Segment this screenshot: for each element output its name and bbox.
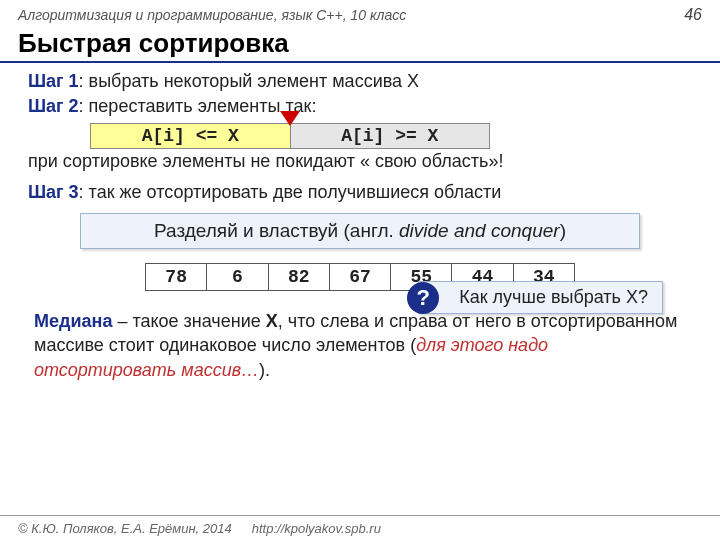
divide-close: ) — [560, 220, 566, 241]
title-underline — [0, 61, 720, 63]
step-1-text: : выбрать некоторый элемент массива X — [79, 71, 419, 91]
partition-right: A[i] >= X — [291, 124, 490, 148]
divide-ru: Разделяй и властвуй (англ. — [154, 220, 399, 241]
page-title: Быстрая сортировка — [0, 26, 720, 59]
partition-box: A[i] <= X A[i] >= X — [90, 123, 490, 149]
step-1: Шаг 1: выбрать некоторый элемент массива… — [28, 71, 692, 92]
header: Алгоритмизация и программирование, язык … — [0, 0, 720, 26]
step-3-label: Шаг 3 — [28, 182, 79, 202]
course-name: Алгоритмизация и программирование, язык … — [18, 7, 406, 23]
divide-en: divide and conquer — [399, 220, 560, 241]
median-definition: Медиана – такое значение X, что слева и … — [34, 309, 686, 382]
footer-rule — [0, 515, 720, 516]
page-number: 46 — [684, 6, 702, 24]
median-text3: ). — [259, 360, 270, 380]
partition-diagram: A[i] <= X A[i] >= X — [90, 123, 490, 149]
question-text: Как лучше выбрать X? — [459, 287, 648, 307]
step-2: Шаг 2: переставить элементы так: — [28, 96, 692, 117]
array-example: 78 6 82 67 55 44 34 ? Как лучше выбрать … — [145, 263, 575, 291]
question-icon: ? — [407, 282, 439, 314]
content: Шаг 1: выбрать некоторый элемент массива… — [0, 71, 720, 382]
footer-url: http://kpolyakov.spb.ru — [252, 521, 381, 536]
median-label: Медиана — [34, 311, 112, 331]
partition-note: при сортировке элементы не покидают « св… — [28, 151, 692, 172]
question-callout: ? Как лучше выбрать X? — [418, 281, 663, 314]
median-x: X — [266, 311, 278, 331]
array-cell: 6 — [207, 264, 268, 290]
step-2-label: Шаг 2 — [28, 96, 79, 116]
pivot-marker-icon — [280, 111, 300, 126]
partition-left: A[i] <= X — [91, 124, 291, 148]
array-cell: 78 — [146, 264, 207, 290]
divide-conquer-box: Разделяй и властвуй (англ. divide and co… — [80, 213, 640, 249]
median-text1: – такое значение — [112, 311, 265, 331]
footer-copyright: © К.Ю. Поляков, Е.А. Ерёмин, 2014 — [18, 521, 232, 536]
step-3-text: : так же отсортировать две получившиеся … — [79, 182, 502, 202]
footer: © К.Ю. Поляков, Е.А. Ерёмин, 2014 http:/… — [0, 517, 720, 540]
step-1-label: Шаг 1 — [28, 71, 79, 91]
array-cell: 82 — [269, 264, 330, 290]
step-3: Шаг 3: так же отсортировать две получивш… — [28, 182, 692, 203]
array-cell: 67 — [330, 264, 391, 290]
